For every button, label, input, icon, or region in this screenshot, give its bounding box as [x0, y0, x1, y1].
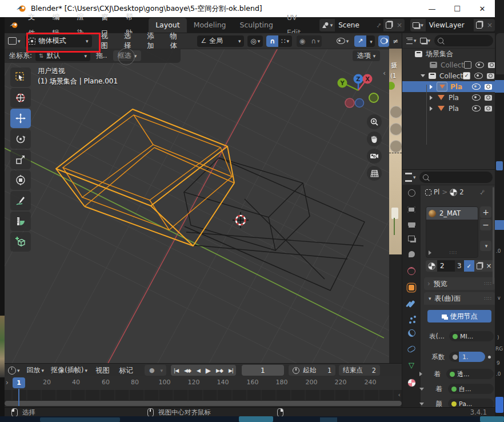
tool-measure[interactable] [10, 212, 31, 231]
pin-icon[interactable]: ⟟ [479, 188, 486, 196]
snap-toggle[interactable]: ∩ [266, 35, 278, 47]
camera-render-icon[interactable] [485, 84, 492, 90]
outliner-display-mode[interactable]: ▾ [405, 38, 418, 44]
eye-icon[interactable] [472, 105, 481, 112]
breadcrumb-material[interactable]: 2 [459, 188, 463, 196]
tab-world[interactable] [407, 267, 415, 275]
current-frame-field[interactable]: 1 [242, 365, 284, 376]
tab-particles[interactable] [410, 317, 413, 320]
tool-cursor[interactable] [10, 88, 31, 108]
scene-browse-button[interactable]: ▾ [319, 19, 335, 31]
factor-socket[interactable] [449, 352, 459, 362]
breadcrumb-object[interactable]: Pl [434, 188, 439, 196]
timeline-ruler[interactable]: 20 40 60 80 100 120 140 160 180 200 220 … [5, 376, 402, 390]
close-button[interactable]: ✕ [470, 0, 495, 17]
snap-with-dropdown[interactable]: ∷ ▾ [278, 37, 292, 45]
menu-select[interactable]: 选择 [119, 31, 142, 51]
tab-modeling[interactable]: Modeling [187, 18, 233, 33]
eye-icon[interactable] [472, 83, 481, 90]
tab-modifiers[interactable] [408, 300, 415, 308]
properties-search[interactable] [419, 172, 493, 183]
exclude-checkbox[interactable] [464, 61, 471, 69]
timeline-channel-area[interactable]: ‹ [5, 390, 402, 407]
tab-object[interactable] [409, 285, 414, 290]
proportional-edit-toggle[interactable]: ◉ [297, 37, 308, 45]
prev-keyframe-button[interactable]: ◀◆ [181, 368, 194, 373]
expand-arrow-icon[interactable] [421, 74, 425, 77]
viewlayer-new-button[interactable] [474, 19, 485, 31]
row-collection-excluded[interactable]: Collect [402, 59, 495, 70]
menu-object[interactable]: 物体 [166, 31, 189, 51]
tab-object-data[interactable]: ▽ [409, 361, 414, 369]
panel-surface-header[interactable]: ▾ 表(曲)面 ∷∷ [424, 292, 495, 305]
frame-start-field[interactable]: 起始 1 [289, 365, 335, 376]
camera-render-icon[interactable] [487, 73, 494, 79]
tab-constraints[interactable] [407, 345, 417, 353]
viewlayer-browse-button[interactable]: ▾ [410, 19, 426, 31]
camera-view-strip[interactable]: 摄 (1 [389, 49, 402, 254]
decorator-dot[interactable] [488, 356, 491, 359]
strip-pan-icon[interactable] [390, 123, 402, 136]
scene-name-field[interactable]: Scene ⟟ [335, 19, 383, 31]
timeline-editor-type[interactable]: ▾ [5, 367, 23, 375]
row-object[interactable]: Pla [402, 92, 495, 103]
playhead-line[interactable] [18, 389, 19, 406]
users-count-badge[interactable]: 3 [455, 260, 464, 272]
region-collapse-arrow[interactable]: ‹ [383, 69, 386, 77]
tool-scale[interactable] [10, 150, 31, 169]
expand-arrow-icon[interactable] [430, 95, 433, 100]
tab-sculpting[interactable]: Sculpting [233, 18, 280, 33]
pan-control[interactable] [367, 132, 382, 146]
remove-slot-button[interactable]: − [480, 219, 491, 230]
editor-type-button[interactable]: ▾ [5, 37, 24, 45]
maximize-button[interactable]: ☐ [445, 0, 470, 17]
tab-material-active[interactable] [407, 379, 416, 387]
show-gizmo-toggle[interactable]: ↗ [354, 35, 366, 47]
options-dropdown[interactable]: 选项 ▾ [353, 50, 380, 61]
properties-editor-type[interactable]: ▾ [405, 173, 416, 182]
shader-select[interactable]: 透... [446, 369, 494, 379]
record-button[interactable]: ● [145, 367, 159, 374]
list-expand-icon[interactable] [429, 250, 431, 255]
tab-tool[interactable] [408, 189, 415, 197]
playback-menu[interactable]: 回放 ▾ [23, 365, 48, 375]
pivot-dropdown[interactable]: ◎ ▾ [247, 35, 263, 47]
ortho-toggle-control[interactable] [367, 166, 382, 181]
viewlayer-name-field[interactable]: ViewLayer [426, 19, 474, 31]
strip-zoom-icon[interactable] [390, 106, 402, 118]
tab-scene[interactable] [409, 251, 415, 257]
browse-material-button[interactable] [426, 260, 437, 272]
play-button[interactable]: ▶ [203, 367, 213, 375]
tab-output[interactable] [408, 222, 415, 226]
collapse-icon[interactable] [419, 403, 424, 405]
camera-render-icon[interactable] [485, 106, 492, 112]
use-nodes-button[interactable]: 使用节点 [427, 310, 491, 323]
camera-render-icon[interactable] [485, 95, 492, 101]
scene-new-button[interactable] [383, 19, 394, 31]
expand-arrow-icon[interactable] [430, 106, 433, 111]
row-object[interactable]: Pla [402, 103, 495, 114]
gizmo-dropdown[interactable]: ▾ [366, 37, 375, 45]
timeline-view-menu[interactable]: 视图 [91, 364, 114, 377]
new-material-button[interactable] [474, 260, 485, 272]
axis-z-ball[interactable]: Z [356, 76, 360, 82]
tool-move[interactable] [10, 109, 31, 128]
orientation-dropdown[interactable]: ∠ 全局 ▾ [197, 35, 244, 47]
menu-add[interactable]: 添加 [142, 31, 165, 51]
timeline-h-scrollbar[interactable] [5, 401, 402, 406]
eye-icon[interactable] [474, 73, 483, 79]
timeline-region-expand[interactable]: › [6, 379, 9, 387]
pin-icon[interactable]: ⟟ [375, 22, 382, 29]
list-grip[interactable]: ∷∷ [450, 250, 457, 256]
material-slot-row[interactable]: 2_MAT [426, 207, 478, 220]
timeline-collapse-arrow[interactable]: ‹ [398, 391, 401, 399]
next-keyframe-button[interactable]: ▶◆ [213, 368, 226, 373]
nav-gizmo[interactable]: Z X Y [334, 67, 387, 111]
row-scene-collection[interactable]: 场景集合 [402, 49, 495, 59]
strip-camera-icon[interactable] [390, 140, 402, 153]
jump-end-button[interactable]: ▶| [226, 368, 236, 373]
panel-preview-header[interactable]: › 预览 ∷∷ [424, 277, 495, 290]
tool-select-box[interactable] [10, 67, 31, 87]
eye-icon[interactable] [472, 94, 481, 101]
keying-menu[interactable]: 抠像(插帧) ▾ [47, 365, 91, 375]
